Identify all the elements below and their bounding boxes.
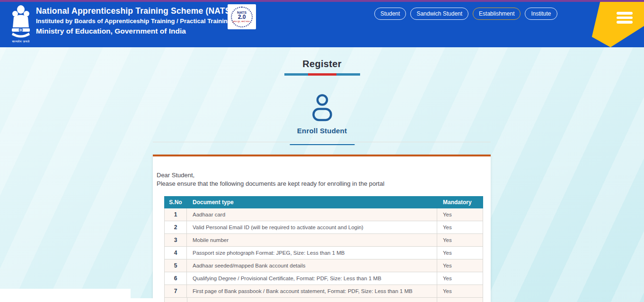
cell-document-type: Valid Personal Email ID (will be require… bbox=[187, 221, 437, 234]
nav-institute[interactable]: Institute bbox=[525, 8, 557, 20]
tab-bar-divider bbox=[153, 142, 491, 142]
cell-mandatory: Yes bbox=[437, 247, 483, 259]
cell-sno: 3 bbox=[165, 234, 187, 247]
site-title: National Apprenticeship Training Scheme … bbox=[36, 6, 234, 16]
nats-logo-version: 2.0 bbox=[238, 14, 246, 20]
header-nav: Student Sandwich Student Establishment I… bbox=[374, 8, 557, 20]
page-title: Register bbox=[0, 59, 644, 69]
table-row: 4 Passport size photograph Format: JPEG,… bbox=[165, 247, 483, 259]
brand-block: National Apprenticeship Training Scheme … bbox=[36, 6, 234, 35]
cell-sno: 5 bbox=[165, 259, 187, 272]
india-emblem-icon bbox=[9, 5, 32, 39]
nav-establishment[interactable]: Establishment bbox=[473, 8, 520, 20]
partial-next-row bbox=[164, 298, 483, 302]
documents-table: S.No Document type Mandatory 1 Aadhaar c… bbox=[164, 196, 483, 298]
nats-logo-gear-ring: NATS 2.0 कुशल युवा, समर्थ भारत। bbox=[231, 7, 253, 27]
cell-sno: 7 bbox=[165, 285, 187, 298]
table-row: 1 Aadhaar card Yes bbox=[165, 208, 483, 221]
cell-mandatory: Yes bbox=[437, 234, 483, 247]
nats-logo-tagline: कुशल युवा, समर्थ भारत। bbox=[232, 21, 251, 23]
cell-document-type: First page of Bank passbook / Bank accou… bbox=[187, 285, 437, 298]
ministry-line: Ministry of Education, Government of Ind… bbox=[36, 27, 234, 35]
person-icon bbox=[311, 94, 334, 122]
cell-document-type: Mobile number bbox=[187, 234, 437, 247]
bottom-left-panel-edge bbox=[0, 298, 154, 302]
top-accent-strip bbox=[0, 0, 644, 2]
table-row: 2 Valid Personal Email ID (will be requi… bbox=[165, 221, 483, 234]
cell-document-type: Passport size photograph Format: JPEG, S… bbox=[187, 247, 437, 259]
cell-sno: 4 bbox=[165, 247, 187, 259]
corner-accent-shape bbox=[589, 2, 644, 47]
cell-document-type: Qualifying Degree / Provisional Certific… bbox=[187, 272, 437, 285]
greeting-line: Dear Student, bbox=[157, 171, 487, 180]
cell-document-type: Aadhaar card bbox=[187, 208, 437, 221]
title-underline bbox=[284, 73, 360, 76]
header-mandatory: Mandatory bbox=[437, 197, 483, 208]
emblem-caption: सत्यमेव जयते bbox=[6, 40, 36, 43]
header-sno: S.No bbox=[165, 197, 187, 208]
tab-enroll-student-label: Enroll Student bbox=[275, 127, 370, 135]
table-header-row: S.No Document type Mandatory bbox=[165, 197, 483, 208]
nav-student[interactable]: Student bbox=[374, 8, 406, 20]
nav-sandwich-student[interactable]: Sandwich Student bbox=[410, 8, 468, 20]
header-document-type: Document type bbox=[187, 197, 437, 208]
site-header: सत्यमेव जयते National Apprenticeship Tra… bbox=[0, 0, 644, 47]
nats-2-logo: NATS 2.0 कुशल युवा, समर्थ भारत। bbox=[228, 4, 256, 29]
cell-mandatory: Yes bbox=[437, 285, 483, 298]
cell-mandatory: Yes bbox=[437, 272, 483, 285]
hamburger-menu-icon[interactable] bbox=[617, 12, 633, 26]
cell-mandatory: Yes bbox=[437, 259, 483, 272]
cell-sno: 1 bbox=[165, 208, 187, 221]
table-row: 5 Aadhaar seeded/mapped Bank account det… bbox=[165, 259, 483, 272]
instruction-line: Please ensure that the following documen… bbox=[157, 180, 487, 188]
cell-mandatory: Yes bbox=[437, 208, 483, 221]
cell-mandatory: Yes bbox=[437, 221, 483, 234]
site-subtitle: Instituted by Boards of Apprenticeship T… bbox=[36, 17, 234, 25]
tab-enroll-student[interactable]: Enroll Student bbox=[275, 90, 370, 135]
table-row: 3 Mobile number Yes bbox=[165, 234, 483, 247]
cell-sno: 6 bbox=[165, 272, 187, 285]
table-row: 7 First page of Bank passbook / Bank acc… bbox=[165, 285, 483, 298]
cell-document-type: Aadhaar seeded/mapped Bank account detai… bbox=[187, 259, 437, 272]
page-background: सत्यमेव जयते National Apprenticeship Tra… bbox=[0, 0, 644, 302]
table-row: 6 Qualifying Degree / Provisional Certif… bbox=[165, 272, 483, 285]
documents-card: Dear Student, Please ensure that the fol… bbox=[153, 155, 491, 302]
cell-sno: 2 bbox=[165, 221, 187, 234]
active-tab-indicator bbox=[290, 144, 354, 145]
